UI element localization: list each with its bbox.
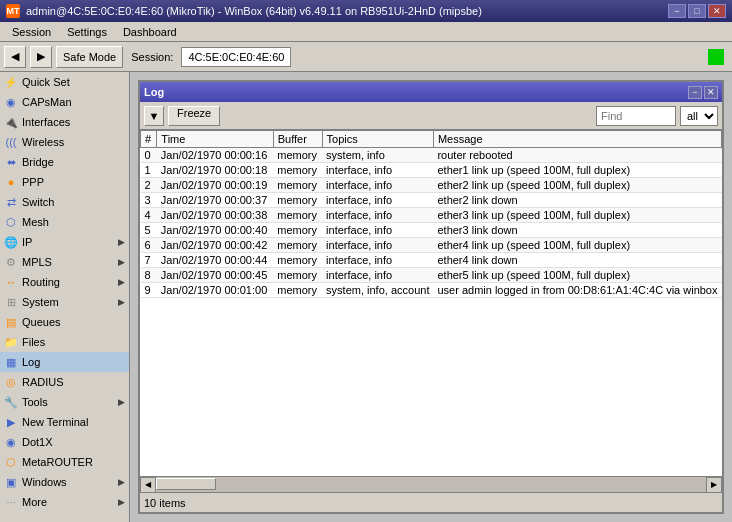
sidebar-item-queues[interactable]: ▤Queues: [0, 312, 129, 332]
cell-time-3: Jan/02/1970 00:00:37: [157, 193, 273, 208]
back-button[interactable]: ◀: [4, 46, 26, 68]
scroll-left-button[interactable]: ◀: [140, 477, 156, 493]
cell-buffer-6: memory: [273, 238, 322, 253]
close-button[interactable]: ✕: [708, 4, 726, 18]
windows-icon: ▣: [4, 475, 18, 489]
sidebar-item-bridge[interactable]: ⬌Bridge: [0, 152, 129, 172]
wireless-icon: (((: [4, 135, 18, 149]
sidebar-arrow-windows: ▶: [118, 477, 125, 487]
table-row[interactable]: 4Jan/02/1970 00:00:38memoryinterface, in…: [141, 208, 722, 223]
sidebar-item-new-terminal[interactable]: ▶New Terminal: [0, 412, 129, 432]
safemode-button[interactable]: Safe Mode: [56, 46, 123, 68]
sidebar-item-dot1x[interactable]: ◉Dot1X: [0, 432, 129, 452]
filter-icon[interactable]: ▼: [144, 106, 164, 126]
session-label: Session:: [127, 51, 177, 63]
table-row[interactable]: 2Jan/02/1970 00:00:19memoryinterface, in…: [141, 178, 722, 193]
capsman-icon: ◉: [4, 95, 18, 109]
sidebar-item-label-mesh: Mesh: [22, 216, 125, 228]
cell-num-5: 5: [141, 223, 157, 238]
sidebar-item-capsman[interactable]: ◉CAPsMan: [0, 92, 129, 112]
cell-num-9: 9: [141, 283, 157, 298]
sidebar-item-mpls[interactable]: ⚙MPLS▶: [0, 252, 129, 272]
menu-settings[interactable]: Settings: [59, 24, 115, 40]
toolbar: ◀ ▶ Safe Mode Session: 4C:5E:0C:E0:4E:60: [0, 42, 732, 72]
sidebar-item-interfaces[interactable]: 🔌Interfaces: [0, 112, 129, 132]
menu-session[interactable]: Session: [4, 24, 59, 40]
cell-message-6: ether4 link up (speed 100M, full duplex): [433, 238, 721, 253]
cell-message-4: ether3 link up (speed 100M, full duplex): [433, 208, 721, 223]
table-row[interactable]: 8Jan/02/1970 00:00:45memoryinterface, in…: [141, 268, 722, 283]
sidebar-item-label-routing: Routing: [22, 276, 114, 288]
cell-buffer-4: memory: [273, 208, 322, 223]
table-row[interactable]: 9Jan/02/1970 00:01:00memorysystem, info,…: [141, 283, 722, 298]
cell-buffer-3: memory: [273, 193, 322, 208]
sidebar-item-mesh[interactable]: ⬡Mesh: [0, 212, 129, 232]
sidebar-item-system[interactable]: ⊞System▶: [0, 292, 129, 312]
log-hscroll[interactable]: ◀ ▶: [140, 476, 722, 492]
log-table-container[interactable]: # Time Buffer Topics Message 0Jan/02/197…: [140, 130, 722, 476]
table-header-row: # Time Buffer Topics Message: [141, 131, 722, 148]
sidebar-item-label-metarouter: MetaROUTER: [22, 456, 125, 468]
col-header-num[interactable]: #: [141, 131, 157, 148]
cell-buffer-8: memory: [273, 268, 322, 283]
table-row[interactable]: 1Jan/02/1970 00:00:18memoryinterface, in…: [141, 163, 722, 178]
scroll-track[interactable]: [156, 477, 706, 492]
forward-button[interactable]: ▶: [30, 46, 52, 68]
title-bar: MT admin@4C:5E:0C:E0:4E:60 (MikroTik) - …: [0, 0, 732, 22]
col-header-message[interactable]: Message: [433, 131, 721, 148]
log-close-button[interactable]: ✕: [704, 86, 718, 99]
sidebar-item-routing[interactable]: ↔Routing▶: [0, 272, 129, 292]
window-title: admin@4C:5E:0C:E0:4E:60 (MikroTik) - Win…: [26, 5, 482, 17]
cell-buffer-0: memory: [273, 148, 322, 163]
cell-time-5: Jan/02/1970 00:00:40: [157, 223, 273, 238]
sidebar-item-label-capsman: CAPsMan: [22, 96, 125, 108]
sidebar-item-quick-set[interactable]: ⚡Quick Set: [0, 72, 129, 92]
sidebar-item-windows[interactable]: ▣Windows▶: [0, 472, 129, 492]
mpls-icon: ⚙: [4, 255, 18, 269]
quick-set-icon: ⚡: [4, 75, 18, 89]
sidebar-item-switch[interactable]: ⇄Switch: [0, 192, 129, 212]
sidebar-item-radius[interactable]: ◎RADIUS: [0, 372, 129, 392]
sidebar-item-files[interactable]: 📁Files: [0, 332, 129, 352]
cell-message-5: ether3 link down: [433, 223, 721, 238]
bridge-icon: ⬌: [4, 155, 18, 169]
sidebar-arrow-mpls: ▶: [118, 257, 125, 267]
sidebar-item-ppp[interactable]: ●PPP: [0, 172, 129, 192]
menu-dashboard[interactable]: Dashboard: [115, 24, 185, 40]
sidebar-item-wireless[interactable]: (((Wireless: [0, 132, 129, 152]
mesh-icon: ⬡: [4, 215, 18, 229]
cell-num-0: 0: [141, 148, 157, 163]
log-minimize-button[interactable]: −: [688, 86, 702, 99]
find-input[interactable]: [596, 106, 676, 126]
log-title: Log: [144, 86, 164, 98]
col-header-buffer[interactable]: Buffer: [273, 131, 322, 148]
sidebar-item-label-radius: RADIUS: [22, 376, 125, 388]
sidebar-item-ip[interactable]: 🌐IP▶: [0, 232, 129, 252]
sidebar-item-tools[interactable]: 🔧Tools▶: [0, 392, 129, 412]
col-header-time[interactable]: Time: [157, 131, 273, 148]
sidebar-item-log[interactable]: ▦Log: [0, 352, 129, 372]
ppp-icon: ●: [4, 175, 18, 189]
table-row[interactable]: 5Jan/02/1970 00:00:40memoryinterface, in…: [141, 223, 722, 238]
sidebar-item-metarouter[interactable]: ⬡MetaROUTER: [0, 452, 129, 472]
sidebar-item-more[interactable]: ···More▶: [0, 492, 129, 512]
table-row[interactable]: 0Jan/02/1970 00:00:16memorysystem, infor…: [141, 148, 722, 163]
tools-icon: 🔧: [4, 395, 18, 409]
table-row[interactable]: 6Jan/02/1970 00:00:42memoryinterface, in…: [141, 238, 722, 253]
log-table: # Time Buffer Topics Message 0Jan/02/197…: [140, 130, 722, 298]
cell-buffer-9: memory: [273, 283, 322, 298]
restore-button[interactable]: □: [688, 4, 706, 18]
col-header-topics[interactable]: Topics: [322, 131, 433, 148]
cell-time-2: Jan/02/1970 00:00:19: [157, 178, 273, 193]
cell-topics-4: interface, info: [322, 208, 433, 223]
cell-message-3: ether2 link down: [433, 193, 721, 208]
scroll-thumb[interactable]: [156, 478, 216, 490]
cell-topics-1: interface, info: [322, 163, 433, 178]
minimize-button[interactable]: −: [668, 4, 686, 18]
table-row[interactable]: 7Jan/02/1970 00:00:44memoryinterface, in…: [141, 253, 722, 268]
topics-select[interactable]: all: [680, 106, 718, 126]
table-row[interactable]: 3Jan/02/1970 00:00:37memoryinterface, in…: [141, 193, 722, 208]
scroll-right-button[interactable]: ▶: [706, 477, 722, 493]
freeze-button[interactable]: Freeze: [168, 106, 220, 126]
sidebar-item-label-ip: IP: [22, 236, 114, 248]
